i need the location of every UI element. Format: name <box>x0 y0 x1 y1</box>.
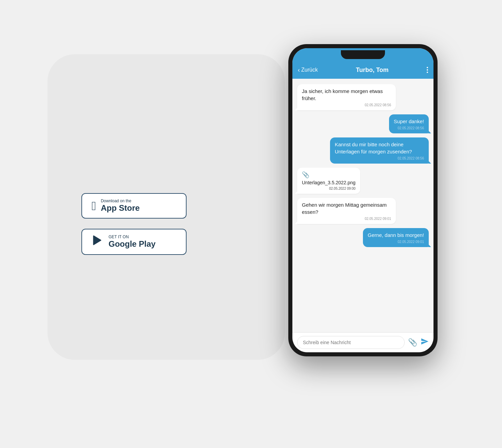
store-buttons-container:  Download on the App Store GET IT ON Go… <box>81 193 187 255</box>
scene:  Download on the App Store GET IT ON Go… <box>47 37 455 411</box>
menu-dot-2 <box>427 69 428 71</box>
chat-back-button[interactable]: ‹ Zurück <box>298 67 318 74</box>
google-play-small-label: GET IT ON <box>109 235 156 239</box>
phone-notch <box>341 50 385 59</box>
google-play-large-label: Google Play <box>109 239 156 249</box>
message-4-time: 02.05.2022 09:00 <box>302 187 355 190</box>
menu-dot-1 <box>427 67 428 68</box>
phone-mockup: ‹ Zurück Turbo, Tom Ja sicher, ich komme… <box>288 44 438 356</box>
message-6-time: 02.05.2022 09:01 <box>368 240 424 244</box>
attach-button[interactable]: 📎 <box>408 338 417 347</box>
message-1-text: Ja sicher, ich komme morgen etwas früher… <box>302 88 391 102</box>
message-3-time: 02.05.2022 08:56 <box>335 156 424 160</box>
google-play-text: GET IT ON Google Play <box>109 235 156 249</box>
message-4-attachment: 📎 Unterlagen_3.5.2022.png 02.05.2022 09:… <box>297 168 360 194</box>
chat-input-area: 📎 <box>292 332 433 352</box>
phone-screen: ‹ Zurück Turbo, Tom Ja sicher, ich komme… <box>292 48 433 352</box>
message-3: Kannst du mir bitte noch deine Unterlage… <box>330 137 429 164</box>
message-6-text: Gerne, dann bis morgen! <box>368 231 424 239</box>
back-chevron-icon: ‹ <box>298 67 300 74</box>
message-2: Super danke! 02.05.2022 08:56 <box>389 114 429 133</box>
attachment-filename: Unterlagen_3.5.2022.png <box>302 180 355 185</box>
app-store-text: Download on the App Store <box>101 199 140 213</box>
app-store-button[interactable]:  Download on the App Store <box>81 193 187 219</box>
chat-messages-list: Ja sicher, ich komme morgen etwas früher… <box>292 79 433 332</box>
paperclip-icon: 📎 <box>302 171 355 179</box>
phone-frame: ‹ Zurück Turbo, Tom Ja sicher, ich komme… <box>288 44 438 356</box>
menu-dot-3 <box>427 72 428 73</box>
message-5-text: Gehen wir morgen Mittag gemeinsam essen? <box>302 201 391 216</box>
back-label: Zurück <box>301 67 318 73</box>
message-2-text: Super danke! <box>394 118 424 125</box>
message-input[interactable] <box>297 336 405 349</box>
chat-menu-button[interactable] <box>427 67 428 73</box>
chat-contact-name: Turbo, Tom <box>321 67 423 74</box>
message-3-text: Kannst du mir bitte noch deine Unterlage… <box>335 141 424 155</box>
apple-icon:  <box>92 199 96 213</box>
message-1: Ja sicher, ich komme morgen etwas früher… <box>297 84 396 110</box>
app-store-small-label: Download on the <box>101 199 140 203</box>
google-play-icon <box>92 234 104 249</box>
message-5-time: 02.05.2022 09:01 <box>302 217 391 221</box>
app-store-large-label: App Store <box>101 203 140 213</box>
send-button[interactable] <box>421 337 429 348</box>
message-2-time: 02.05.2022 08:56 <box>394 126 424 130</box>
message-6: Gerne, dann bis morgen! 02.05.2022 09:01 <box>363 228 429 247</box>
google-play-button[interactable]: GET IT ON Google Play <box>81 229 187 255</box>
message-1-time: 02.05.2022 08:56 <box>302 103 391 107</box>
message-5: Gehen wir morgen Mittag gemeinsam essen?… <box>297 198 396 224</box>
